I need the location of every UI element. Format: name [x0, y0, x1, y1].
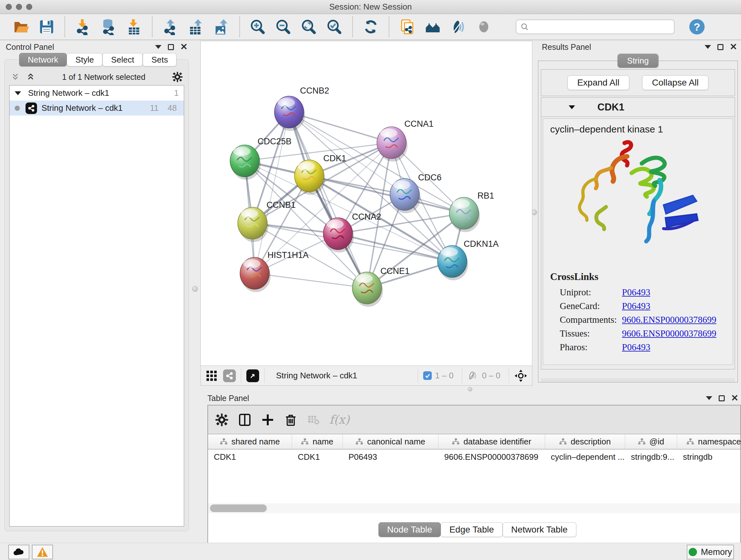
collapse-all-icon[interactable]	[10, 72, 20, 82]
network-edge[interactable]	[255, 112, 289, 273]
table-cell[interactable]: CDK1	[292, 449, 343, 464]
home-icon[interactable]	[424, 18, 441, 35]
import-table-icon[interactable]	[126, 18, 142, 35]
warning-button[interactable]	[32, 545, 53, 559]
network-node-ccna1[interactable]: CCNA1	[377, 119, 434, 162]
network-collection-row[interactable]: String Network – cdk1 1	[10, 85, 184, 101]
network-node-cdkn1a[interactable]: CDKN1A	[437, 239, 499, 280]
column-header-shared-name[interactable]: shared name	[208, 434, 292, 449]
tab-edge-table[interactable]: Edge Table	[441, 522, 502, 537]
add-column-icon[interactable]	[261, 413, 274, 427]
tab-network-table[interactable]: Network Table	[502, 522, 576, 537]
tab-sets[interactable]: Sets	[143, 53, 177, 66]
network-row[interactable]: String Network – cdk1 11 48	[10, 101, 184, 116]
birds-eye-icon[interactable]	[514, 369, 528, 382]
delete-icon[interactable]	[284, 413, 297, 427]
tab-node-table[interactable]: Node Table	[379, 522, 441, 537]
crosslink-value-link[interactable]: P06493	[622, 301, 650, 311]
tab-style[interactable]: Style	[67, 53, 103, 66]
gear-icon[interactable]	[215, 413, 228, 427]
cloud-button[interactable]	[8, 545, 29, 559]
eye-icon[interactable]	[475, 18, 492, 35]
column-header--id[interactable]: @id	[625, 434, 677, 449]
collapse-entry-icon[interactable]	[569, 105, 575, 109]
selected-checkbox-icon[interactable]	[423, 371, 432, 380]
table-cell[interactable]: P06493	[343, 449, 439, 464]
network-node-hist1h1a[interactable]: HIST1H1A	[240, 250, 309, 292]
zoom-in-icon[interactable]	[250, 18, 266, 35]
crosslink-value-link[interactable]: 9606.ENSP00000378699	[622, 328, 717, 339]
protein-entry-header[interactable]: CDK1	[541, 98, 735, 117]
close-panel-icon[interactable]: ✕	[731, 394, 738, 402]
table-row[interactable]: CDK1CDK1P064939606.ENSP00000378699cyclin…	[208, 449, 740, 464]
expand-all-button[interactable]: Expand All	[567, 75, 629, 90]
column-header-description[interactable]: description	[545, 434, 625, 449]
crosslink-value-link[interactable]: 9606.ENSP00000378699	[622, 314, 717, 325]
float-panel-icon[interactable]	[719, 395, 725, 401]
close-panel-icon[interactable]: ✕	[730, 43, 737, 51]
open-folder-icon[interactable]	[13, 18, 29, 35]
gear-icon[interactable]	[172, 71, 183, 82]
float-panel-icon[interactable]	[168, 44, 174, 50]
column-header-name[interactable]: name	[292, 434, 343, 449]
network-node-cdc6[interactable]: CDC6	[390, 173, 442, 213]
close-panel-icon[interactable]: ✕	[180, 43, 188, 51]
network-node-ccnb1[interactable]: CCNB1	[238, 200, 296, 242]
float-panel-icon[interactable]	[718, 44, 724, 50]
network-node-cdk1[interactable]: CDK1	[294, 153, 346, 195]
column-header-namespace[interactable]: namespace	[677, 434, 741, 449]
tab-network[interactable]: Network	[19, 53, 67, 66]
table-cell[interactable]: stringdb:9...	[625, 449, 677, 464]
export-network-icon[interactable]	[162, 18, 179, 35]
search-input[interactable]	[529, 22, 670, 31]
tree-expand-icon[interactable]	[15, 91, 21, 95]
tab-string[interactable]: String	[617, 54, 658, 68]
scrollbar-thumb[interactable]	[210, 504, 267, 512]
panel-menu-icon[interactable]	[704, 45, 711, 49]
panel-menu-icon[interactable]	[155, 45, 161, 49]
table-cell[interactable]: 9606.ENSP00000378699	[439, 449, 545, 464]
hide-panel-icon[interactable]	[450, 18, 467, 35]
collapse-all-button[interactable]: Collapse All	[642, 75, 709, 90]
hidden-eye-icon[interactable]	[467, 371, 479, 381]
import-network-icon[interactable]	[75, 18, 91, 35]
table-cell[interactable]: stringdb	[677, 449, 741, 464]
table-cell[interactable]: cyclin–dependent ...	[545, 449, 625, 464]
table-cell[interactable]: CDK1	[208, 449, 292, 464]
network-canvas[interactable]: CCNB2CCNA1CDC25BCDK1CDC6RB1CCNB1CCNA2CDK…	[200, 41, 532, 366]
tab-select[interactable]: Select	[103, 53, 143, 66]
panel-menu-icon[interactable]	[706, 396, 712, 400]
duplicate-network-icon[interactable]	[399, 18, 415, 35]
table-hscrollbar[interactable]	[208, 503, 740, 513]
detach-view-icon[interactable]	[246, 369, 259, 382]
column-header-canonical-name[interactable]: canonical name	[343, 434, 439, 449]
expand-all-icon[interactable]	[26, 72, 36, 82]
columns-icon[interactable]	[238, 413, 252, 427]
crosslink-value-link[interactable]: P06493	[622, 287, 650, 298]
grid-view-icon[interactable]	[205, 369, 218, 382]
refresh-icon[interactable]	[362, 18, 379, 35]
node-table[interactable]: shared namenamecanonical namedatabase id…	[207, 434, 741, 560]
zoom-out-icon[interactable]	[275, 18, 292, 35]
memory-button[interactable]: Memory	[687, 545, 734, 559]
column-type-icon	[452, 438, 460, 445]
network-view-icon[interactable]	[223, 369, 236, 382]
network-edge[interactable]	[255, 273, 367, 288]
search-box[interactable]	[516, 19, 675, 34]
export-table-icon[interactable]	[188, 18, 204, 35]
network-node-ccnb2[interactable]: CCNB2	[274, 86, 329, 131]
panel-divider-grip[interactable]	[192, 286, 198, 292]
crosslink-value-link[interactable]: P06493	[622, 342, 650, 353]
help-icon[interactable]: ?	[689, 19, 704, 35]
network-node-ccne1[interactable]: CCNE1	[352, 266, 410, 307]
column-header-database-identifier[interactable]: database identifier	[439, 434, 545, 449]
import-database-icon[interactable]	[100, 18, 117, 35]
results-scrollbar[interactable]	[541, 378, 735, 382]
panel-divider-grip[interactable]	[468, 387, 472, 391]
network-edge[interactable]	[289, 112, 367, 288]
export-image-icon[interactable]	[213, 18, 230, 35]
save-icon[interactable]	[38, 18, 55, 35]
network-node-rb1[interactable]: RB1	[449, 191, 494, 232]
zoom-fit-icon[interactable]	[300, 18, 317, 35]
zoom-selected-icon[interactable]	[326, 18, 343, 35]
